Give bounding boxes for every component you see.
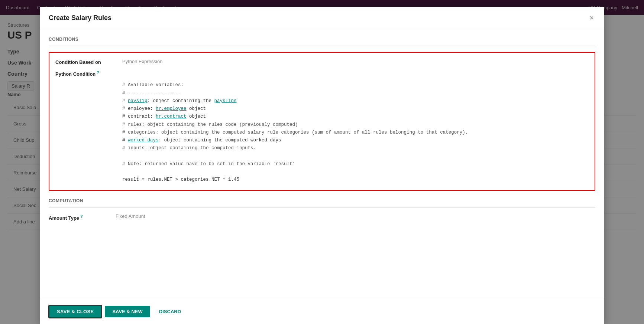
modal-footer: SAVE & CLOSE SAVE & NEW DISCARD (40, 299, 604, 324)
code-line-8: # worked_days: object containing the com… (122, 137, 589, 144)
save-new-button[interactable]: SAVE & NEW (105, 306, 150, 317)
save-close-button[interactable]: SAVE & CLOSE (49, 305, 102, 318)
modal-header: Create Salary Rules × (40, 7, 604, 29)
condition-based-on-value: Python Expression (122, 59, 162, 64)
code-line-result: result = rules.NET > categories.NET * 1.… (122, 176, 589, 184)
code-line-empty-2 (122, 168, 589, 176)
conditions-section-title: CONDITIONS (49, 37, 595, 42)
amount-type-label: Amount Type ? (49, 213, 116, 221)
payslips-link[interactable]: payslips (214, 98, 237, 104)
computation-divider (49, 207, 595, 207)
conditions-divider (49, 46, 595, 46)
modal-body: CONDITIONS Condition Based on Python Exp… (40, 29, 604, 299)
code-line-6: # rules: object containing the rules cod… (122, 121, 589, 129)
close-button[interactable]: × (588, 13, 595, 23)
amount-type-help-icon[interactable]: ? (79, 214, 83, 219)
computation-section: COMPUTATION Amount Type ? Fixed Amount (49, 198, 595, 221)
condition-based-on-label: Condition Based on (55, 59, 122, 65)
help-icon[interactable]: ? (96, 70, 99, 75)
code-line-7: # categories: object containing the comp… (122, 129, 589, 137)
code-line-1: # Available variables: (122, 81, 589, 89)
computation-section-title: COMPUTATION (49, 198, 595, 203)
code-line-5: # contract: hr.contract object (122, 113, 589, 121)
hr-employee-link[interactable]: hr.employee (156, 106, 187, 111)
python-condition-label: Python Condition ? (55, 69, 122, 77)
conditions-area: Condition Based on Python Expression Pyt… (49, 52, 595, 191)
payslip-link[interactable]: payslip (128, 98, 148, 104)
worked-days-link[interactable]: worked_days (128, 138, 159, 143)
python-code-block: # Available variables: #----------------… (122, 81, 589, 184)
python-condition-row: Python Condition ? (55, 69, 589, 77)
code-line-2: #-------------------- (122, 89, 589, 97)
condition-based-on-row: Condition Based on Python Expression (55, 59, 589, 65)
discard-button[interactable]: DISCARD (153, 306, 187, 317)
amount-type-row: Amount Type ? Fixed Amount (49, 213, 595, 221)
modal-title: Create Salary Rules (49, 14, 111, 22)
create-salary-rules-modal: Create Salary Rules × CONDITIONS Conditi… (40, 7, 604, 324)
code-line-9: # inputs: object containing the computed… (122, 144, 589, 152)
code-line-4: # employee: hr.employee object (122, 105, 589, 113)
hr-contract-link[interactable]: hr.contract (156, 114, 187, 119)
code-line-3: # payslip: object containing the payslip… (122, 97, 589, 105)
code-line-empty-1 (122, 153, 589, 160)
code-line-11: # Note: returned value have to be set in… (122, 160, 589, 168)
amount-type-value: Fixed Amount (116, 213, 145, 219)
